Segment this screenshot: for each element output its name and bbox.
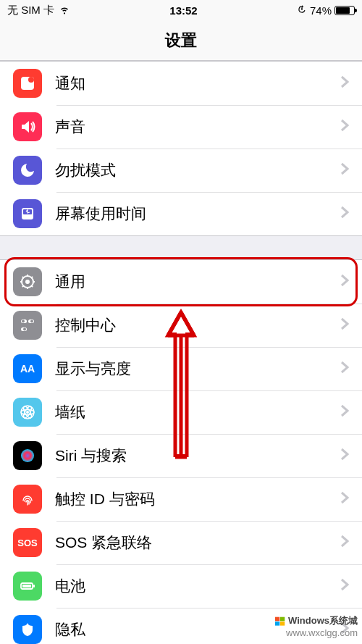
chevron-right-icon bbox=[340, 578, 349, 594]
row-label: 通用 bbox=[55, 272, 340, 292]
svg-rect-2 bbox=[280, 616, 285, 621]
chevron-right-icon bbox=[340, 274, 349, 290]
svg-rect-0 bbox=[301, 8, 303, 9]
settings-row-screentime[interactable]: 屏幕使用时间 bbox=[0, 192, 362, 235]
page-title-bar: 设置 bbox=[0, 20, 362, 61]
settings-row-siri[interactable]: Siri 与搜索 bbox=[0, 434, 362, 477]
carrier-text: 无 SIM 卡 bbox=[7, 4, 54, 17]
chevron-right-icon bbox=[340, 404, 349, 420]
chevron-right-icon bbox=[340, 75, 349, 91]
row-label: 电池 bbox=[55, 576, 340, 596]
settings-row-wallpaper[interactable]: 墙纸 bbox=[0, 390, 362, 434]
row-label: 屏幕使用时间 bbox=[55, 204, 340, 224]
row-label: Siri 与搜索 bbox=[55, 446, 340, 466]
settings-row-sos[interactable]: SOSSOS 紧急联络 bbox=[0, 521, 362, 564]
siri-icon bbox=[13, 441, 42, 470]
settings-row-general[interactable]: 通用 bbox=[0, 260, 362, 304]
status-left: 无 SIM 卡 bbox=[7, 4, 70, 17]
watermark: Windows系统城 www.wxclgg.com bbox=[275, 615, 358, 640]
row-label: 勿扰模式 bbox=[55, 160, 340, 180]
page-title: 设置 bbox=[165, 30, 197, 51]
svg-rect-4 bbox=[280, 622, 285, 626]
settings-row-control-center[interactable]: 控制中心 bbox=[0, 304, 362, 347]
control-center-icon bbox=[13, 311, 42, 340]
privacy-icon bbox=[13, 615, 42, 644]
chevron-right-icon bbox=[340, 491, 349, 507]
chevron-right-icon bbox=[340, 317, 349, 333]
battery-icon bbox=[13, 572, 42, 601]
chevron-right-icon bbox=[340, 119, 349, 135]
row-label: 触控 ID 与密码 bbox=[55, 489, 340, 509]
settings-row-battery[interactable]: 电池 bbox=[0, 564, 362, 608]
sounds-icon bbox=[13, 112, 42, 141]
notifications-icon bbox=[13, 69, 42, 98]
chevron-right-icon bbox=[340, 535, 349, 551]
row-label: 控制中心 bbox=[55, 315, 340, 335]
windows-logo-icon bbox=[275, 616, 285, 627]
clock-text: 13:52 bbox=[169, 4, 197, 17]
chevron-right-icon bbox=[340, 206, 349, 222]
chevron-right-icon bbox=[340, 361, 349, 377]
chevron-right-icon bbox=[340, 448, 349, 464]
screentime-icon bbox=[13, 199, 42, 228]
watermark-brand: Windows系统城 bbox=[288, 615, 358, 627]
display-icon bbox=[13, 354, 42, 383]
settings-group-2: 通用控制中心显示与亮度墙纸Siri 与搜索触控 ID 与密码SOSSOS 紧急联… bbox=[0, 259, 362, 644]
dnd-icon bbox=[13, 156, 42, 185]
group-gap bbox=[0, 236, 362, 259]
wifi-icon bbox=[59, 4, 70, 17]
settings-group-1: 通知声音勿扰模式屏幕使用时间 bbox=[0, 61, 362, 236]
settings-row-notifications[interactable]: 通知 bbox=[0, 62, 362, 105]
touchid-icon bbox=[13, 485, 42, 514]
watermark-url: www.wxclgg.com bbox=[275, 627, 358, 640]
row-label: 显示与亮度 bbox=[55, 359, 340, 379]
svg-rect-3 bbox=[275, 622, 279, 626]
general-icon bbox=[13, 267, 42, 296]
chevron-right-icon bbox=[340, 162, 349, 178]
orientation-lock-icon bbox=[297, 4, 307, 17]
settings-row-touchid[interactable]: 触控 ID 与密码 bbox=[0, 477, 362, 521]
row-label: 声音 bbox=[55, 117, 340, 137]
row-label: 通知 bbox=[55, 73, 340, 93]
sos-icon: SOS bbox=[13, 528, 42, 557]
battery-pct: 74% bbox=[310, 4, 332, 17]
row-label: 墙纸 bbox=[55, 402, 340, 422]
battery-icon bbox=[334, 6, 355, 15]
status-right: 74% bbox=[297, 4, 355, 17]
status-bar: 无 SIM 卡 13:52 74% bbox=[0, 0, 362, 20]
settings-row-display[interactable]: 显示与亮度 bbox=[0, 347, 362, 390]
row-label: SOS 紧急联络 bbox=[55, 532, 340, 553]
settings-row-sounds[interactable]: 声音 bbox=[0, 105, 362, 149]
settings-row-dnd[interactable]: 勿扰模式 bbox=[0, 149, 362, 192]
wallpaper-icon bbox=[13, 398, 42, 427]
svg-rect-1 bbox=[275, 616, 279, 621]
